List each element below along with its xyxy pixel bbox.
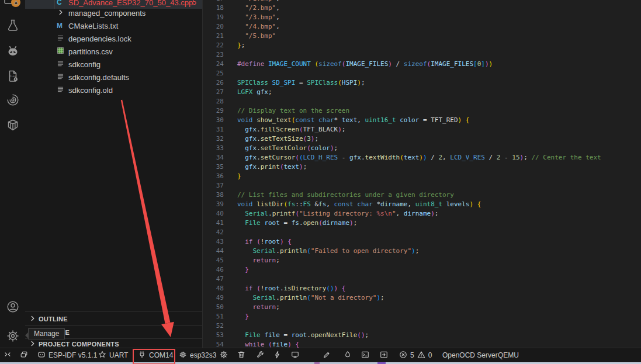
warning-badge-icon[interactable] bbox=[0, 0, 25, 9]
status-device-target[interactable]: esp32s3 bbox=[179, 348, 216, 362]
code-line-36[interactable]: 36} bbox=[203, 172, 641, 181]
line-number[interactable]: 31 bbox=[203, 125, 224, 134]
line-number[interactable]: 42 bbox=[203, 228, 224, 237]
status-debug[interactable] bbox=[323, 348, 331, 362]
code-line-22[interactable]: 22}; bbox=[203, 41, 641, 50]
code-line-26[interactable]: 26SPIClass SD_SPI = SPIClass(HSPI); bbox=[203, 78, 641, 88]
status-custom-task[interactable] bbox=[380, 348, 388, 362]
line-number[interactable]: 19 bbox=[203, 13, 224, 22]
line-number[interactable]: 26 bbox=[203, 78, 224, 88]
line-number[interactable]: 51 bbox=[203, 312, 224, 321]
line-number[interactable]: 20 bbox=[203, 22, 224, 32]
code-line-27[interactable]: 27LGFX gfx; bbox=[203, 88, 641, 97]
code-line-54[interactable]: 54 while (file) { bbox=[203, 340, 641, 348]
code-line-42[interactable]: 42 bbox=[203, 228, 641, 237]
line-number[interactable]: 33 bbox=[203, 144, 224, 153]
tree-item-managed-components[interactable]: managed_components bbox=[25, 6, 202, 19]
code-line-19[interactable]: 19 "/3.bmp", bbox=[203, 13, 641, 22]
code-line-51[interactable]: 51 } bbox=[203, 312, 641, 321]
code-line-28[interactable]: 28 bbox=[203, 97, 641, 106]
status-flash-device[interactable] bbox=[273, 348, 282, 362]
status-remote-indicator[interactable] bbox=[4, 348, 12, 362]
code-line-20[interactable]: 20 "/4.bmp", bbox=[203, 22, 641, 32]
code-line-38[interactable]: 38// List files and subdirectories under… bbox=[203, 190, 641, 200]
code-line-21[interactable]: 21 "/5.bmp" bbox=[203, 32, 641, 41]
line-number[interactable]: 27 bbox=[203, 88, 224, 97]
code-editor[interactable]: 17 "/1.bmp",18 "/2.bmp",19 "/3.bmp",20 "… bbox=[203, 0, 641, 348]
code-line-52[interactable]: 52 bbox=[203, 321, 641, 331]
line-number[interactable]: 23 bbox=[203, 50, 224, 60]
container-cube-icon[interactable] bbox=[0, 117, 25, 133]
code-line-32[interactable]: 32 gfx.setTextSize(3); bbox=[203, 134, 641, 144]
tree-item-sdkconfig-defaults[interactable]: sdkconfig.defaults bbox=[25, 71, 202, 84]
status-serial-port[interactable]: COM14 bbox=[138, 348, 173, 362]
test-flask-icon[interactable] bbox=[0, 18, 25, 34]
code-line-40[interactable]: 40 Serial.printf("Listing directory: %s\… bbox=[203, 209, 641, 219]
line-number[interactable]: 39 bbox=[203, 200, 224, 209]
code-line-44[interactable]: 44 Serial.println("Failed to open direct… bbox=[203, 247, 641, 256]
line-number[interactable]: 24 bbox=[203, 60, 224, 69]
status-build-project[interactable] bbox=[256, 348, 264, 362]
line-number[interactable]: 21 bbox=[203, 32, 224, 41]
line-number[interactable]: 32 bbox=[203, 134, 224, 144]
line-number[interactable]: 30 bbox=[203, 116, 224, 125]
code-line-37[interactable]: 37 bbox=[203, 181, 641, 190]
code-line-25[interactable]: 25 bbox=[203, 69, 641, 78]
code-line-35[interactable]: 35 gfx.print(text); bbox=[203, 162, 641, 172]
line-number[interactable]: 34 bbox=[203, 153, 224, 162]
line-number[interactable]: 44 bbox=[203, 247, 224, 256]
line-number[interactable]: 25 bbox=[203, 69, 224, 78]
code-line-34[interactable]: 34 gfx.setCursor((LCD_H_RES - gfx.textWi… bbox=[203, 153, 641, 162]
platformio-alien-icon[interactable] bbox=[0, 44, 25, 60]
status-sdk-configuration[interactable] bbox=[220, 348, 228, 362]
line-number[interactable]: 46 bbox=[203, 265, 224, 275]
code-line-48[interactable]: 48 if (!root.isDirectory()) { bbox=[203, 284, 641, 293]
accounts-icon[interactable] bbox=[0, 299, 25, 315]
code-line-23[interactable]: 23 bbox=[203, 50, 641, 60]
line-number[interactable]: 29 bbox=[203, 106, 224, 116]
status-project-folders[interactable] bbox=[20, 348, 28, 362]
code-line-18[interactable]: 18 "/2.bmp", bbox=[203, 4, 641, 13]
status-espidf-version[interactable]: ESP-IDF v5.1.1 bbox=[37, 348, 97, 362]
line-number[interactable]: 48 bbox=[203, 284, 224, 293]
status-problems[interactable]: 50 bbox=[399, 348, 432, 362]
code-line-53[interactable]: 53 File file = root.openNextFile(); bbox=[203, 331, 641, 340]
status-monitor-device[interactable] bbox=[291, 348, 299, 362]
code-line-43[interactable]: 43 if (!root) { bbox=[203, 237, 641, 247]
code-line-46[interactable]: 46 } bbox=[203, 265, 641, 275]
code-line-30[interactable]: 30void show_text(const char* text, uint1… bbox=[203, 116, 641, 125]
manage-gear-icon[interactable] bbox=[0, 328, 25, 344]
tree-item-cmakelists-txt[interactable]: MCMakeLists.txt bbox=[25, 19, 202, 32]
tree-item-partitions-csv[interactable]: partitions.csv bbox=[25, 45, 202, 58]
code-line-41[interactable]: 41 File root = fs.open(dirname); bbox=[203, 219, 641, 228]
line-number[interactable]: 41 bbox=[203, 219, 224, 228]
line-number[interactable]: 18 bbox=[203, 4, 224, 13]
status-qemu[interactable]: QEMU bbox=[498, 348, 519, 362]
line-number[interactable]: 50 bbox=[203, 303, 224, 312]
line-number[interactable]: 22 bbox=[203, 41, 224, 50]
line-number[interactable]: 45 bbox=[203, 256, 224, 265]
code-line-45[interactable]: 45 return; bbox=[203, 256, 641, 265]
line-number[interactable]: 47 bbox=[203, 275, 224, 284]
code-line-33[interactable]: 33 gfx.setTextColor(color); bbox=[203, 144, 641, 153]
line-number[interactable]: 49 bbox=[203, 293, 224, 303]
status-build-flash-monitor[interactable] bbox=[344, 348, 352, 362]
code-line-47[interactable]: 47 bbox=[203, 275, 641, 284]
line-number[interactable]: 28 bbox=[203, 97, 224, 106]
code-line-49[interactable]: 49 Serial.println("Not a directory"); bbox=[203, 293, 641, 303]
espressif-spiral-icon[interactable] bbox=[0, 91, 25, 108]
line-number[interactable]: 52 bbox=[203, 321, 224, 331]
panel-header-outline[interactable]: OUTLINE bbox=[25, 311, 202, 326]
code-line-31[interactable]: 31 gfx.fillScreen(TFT_BLACK); bbox=[203, 125, 641, 134]
status-espidf-terminal[interactable] bbox=[361, 348, 369, 362]
panel-header-project-components[interactable]: PROJECT COMPONENTS bbox=[25, 338, 202, 348]
status-full-clean[interactable] bbox=[237, 348, 245, 362]
line-number[interactable]: 35 bbox=[203, 162, 224, 172]
line-number[interactable]: 53 bbox=[203, 331, 224, 340]
line-number[interactable]: 54 bbox=[203, 340, 224, 348]
tree-item-dependencies-lock[interactable]: dependencies.lock bbox=[25, 32, 202, 45]
status-openocd-server[interactable]: OpenOCD Server bbox=[442, 348, 498, 362]
line-number[interactable]: 40 bbox=[203, 209, 224, 219]
espidf-explorer-icon[interactable]: C++ bbox=[0, 68, 25, 84]
tree-item-sdkconfig[interactable]: sdkconfig bbox=[25, 58, 202, 71]
